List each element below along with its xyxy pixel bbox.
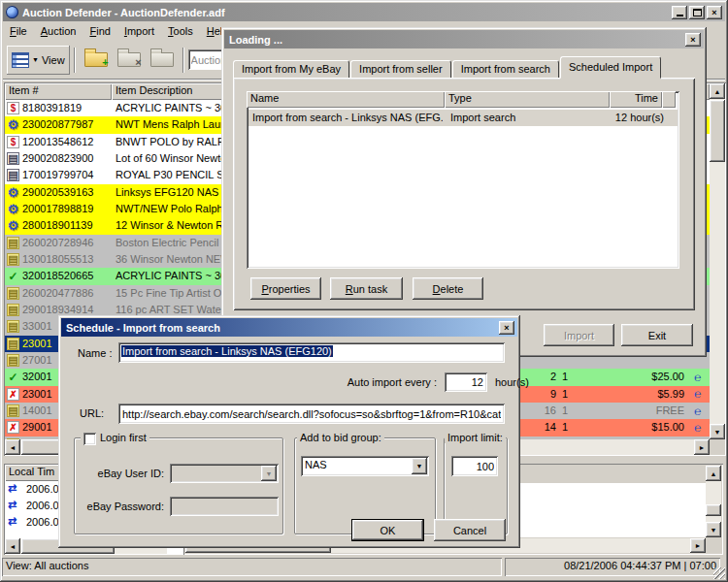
login-first-checkbox[interactable]: [83, 433, 96, 445]
delete-button[interactable]: Delete: [413, 277, 483, 300]
column-header-time[interactable]: Time: [610, 91, 662, 108]
ok-button[interactable]: OK: [351, 519, 424, 541]
scroll-left-icon[interactable]: ◄: [5, 439, 20, 455]
item-description: ROYAL P30 PENCIL SH: [116, 169, 231, 180]
scroll-left-icon[interactable]: ◄: [5, 538, 20, 554]
note-icon: ▤: [7, 404, 19, 417]
maximize-button[interactable]: [689, 6, 705, 19]
note-icon: ▤: [7, 304, 19, 316]
schedule-titlebar[interactable]: Schedule - Import from search ×: [61, 318, 517, 337]
close-button[interactable]: ×: [685, 33, 701, 47]
table-vscrollbar[interactable]: ▲ ▼: [710, 83, 725, 439]
auto-import-input[interactable]: [445, 372, 487, 392]
item-description: ACRYLIC PAINTS ~ 36: [116, 270, 226, 281]
menu-item-auction[interactable]: Auction: [34, 23, 83, 39]
tab-scheduled-import[interactable]: Scheduled Import: [560, 56, 661, 79]
window-title: Auction Defender - AuctionDefender.adf: [22, 7, 670, 18]
scroll-right-icon[interactable]: ►: [690, 538, 706, 553]
vscroll-thumb[interactable]: [710, 100, 725, 162]
main-titlebar[interactable]: Auction Defender - AuctionDefender.adf ×: [3, 3, 725, 21]
toolbar-separator-2: [182, 48, 184, 73]
task-type: Import search: [450, 112, 515, 123]
name-input[interactable]: Import from search - Linksys NAS (EFG120…: [118, 342, 505, 363]
loading-title: Loading ...: [229, 34, 683, 46]
local-time-value: 2006.0: [26, 500, 59, 511]
login-first-label: Login first: [100, 432, 147, 443]
dollar-icon: $: [7, 102, 19, 114]
open-folder-button[interactable]: [146, 46, 179, 75]
resize-grip[interactable]: [713, 567, 725, 579]
item-description: Linksys EFG120 NAS Ne: [116, 186, 236, 198]
menu-item-file[interactable]: File: [3, 23, 34, 39]
scroll-right-icon[interactable]: ►: [694, 439, 710, 455]
close-button[interactable]: ×: [499, 321, 514, 335]
scroll-down-icon[interactable]: ▼: [710, 424, 725, 439]
menu-item-find[interactable]: Find: [83, 23, 116, 39]
ebay-user-id-combo[interactable]: ▼: [170, 464, 279, 483]
login-legend: Login first: [81, 432, 149, 445]
exit-button[interactable]: Exit: [621, 324, 693, 346]
cancel-label: Cancel: [453, 525, 486, 536]
scroll-up-icon[interactable]: ▲: [706, 466, 721, 481]
item-description: NWT Mens Ralph Laure: [116, 118, 230, 130]
bid-group-combo[interactable]: NAS ▼: [301, 456, 429, 476]
gear-icon: ⚙: [7, 203, 19, 215]
item-number: 260020728946: [22, 237, 93, 248]
tab-import-from-search[interactable]: Import from search: [452, 60, 559, 79]
item-description: 116 pc ART SET Waterc: [116, 304, 230, 315]
ebay-link-icon: ℮: [691, 421, 704, 434]
note-icon: ▤: [7, 287, 19, 300]
tab-import-from-my-ebay[interactable]: Import from My eBay: [233, 60, 349, 79]
item-number: 200017898819: [22, 203, 93, 214]
item-number: 14001: [22, 404, 52, 416]
column-header-item[interactable]: Item #: [5, 83, 112, 100]
vscroll-thumb[interactable]: [706, 504, 721, 516]
view-label: View: [42, 54, 65, 66]
add-folder-button[interactable]: +: [80, 46, 113, 75]
cancel-button[interactable]: Cancel: [434, 519, 506, 541]
ebay-password-field[interactable]: [170, 497, 279, 516]
x-icon: ✗: [7, 388, 19, 401]
scheduled-task-row[interactable]: Import from search - Linksys NAS (EFG...…: [248, 110, 678, 126]
gear-icon: ⚙: [7, 219, 19, 232]
column-header-type[interactable]: Type: [445, 91, 610, 108]
scroll-up-icon[interactable]: ▲: [710, 83, 725, 99]
item-number: 320018520665: [22, 270, 93, 281]
properties-button[interactable]: Properties: [250, 277, 321, 300]
chevron-down-icon[interactable]: ▼: [412, 458, 427, 474]
close-button[interactable]: ×: [707, 6, 722, 19]
view-button[interactable]: ▼ View: [7, 46, 70, 75]
import-button[interactable]: Import: [544, 324, 614, 346]
import-limit-label: Import limit:: [445, 432, 506, 443]
item-number: 260020477886: [22, 287, 93, 299]
item-description: NWT/NEW Polo Ralph L: [116, 203, 232, 214]
item-number: 170019799704: [22, 169, 93, 180]
loading-titlebar[interactable]: Loading ... ×: [224, 30, 704, 48]
bid-group-value: NAS: [305, 459, 327, 470]
task-name: Import from search - Linksys NAS (EFG...: [252, 112, 443, 123]
chevron-down-icon[interactable]: ▼: [261, 466, 277, 481]
detail-vscrollbar[interactable]: ▲ ▼: [706, 466, 721, 537]
local-time-value: 2006.0: [26, 516, 59, 528]
tab-import-from-seller[interactable]: Import from seller: [350, 60, 451, 79]
delete-folder-button[interactable]: ×: [113, 46, 146, 75]
scroll-down-icon[interactable]: ▼: [706, 522, 721, 537]
import-limit-input[interactable]: [451, 456, 498, 476]
minimize-button[interactable]: [672, 6, 687, 19]
bid-group-label: Add to bid group:: [297, 432, 384, 443]
url-input[interactable]: [118, 404, 505, 424]
menu-item-tools[interactable]: Tools: [161, 23, 200, 39]
price-value: $25.00: [587, 371, 684, 382]
maximize-icon: [693, 9, 702, 16]
note-icon: ▤: [7, 354, 19, 367]
gear-icon: ⚙: [7, 118, 19, 131]
name-label: Name :: [78, 347, 112, 359]
item-description: BNWT POLO by RALPH: [116, 136, 232, 147]
menu-item-import[interactable]: Import: [117, 23, 161, 39]
dollar-icon: $: [7, 136, 19, 148]
run-task-button[interactable]: Run task: [330, 277, 403, 300]
ebay-link-icon: ℮: [691, 388, 704, 401]
check-icon: ✓: [7, 270, 19, 282]
run-task-label: Run task: [346, 283, 387, 295]
column-header-name[interactable]: Name: [247, 91, 445, 108]
